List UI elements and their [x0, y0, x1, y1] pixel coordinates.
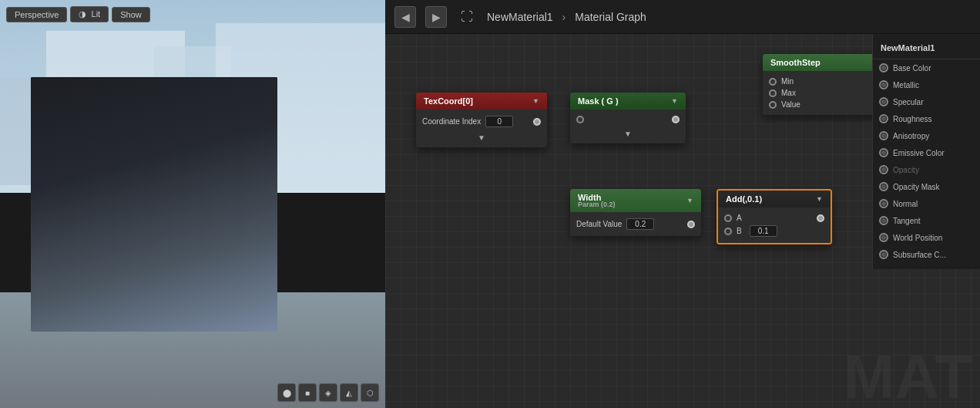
- texcoord-chevron[interactable]: ▼: [478, 133, 485, 142]
- lit-icon: ◑: [79, 9, 86, 19]
- mat-pin-dot: [879, 63, 888, 72]
- mat-pin-dot: [879, 148, 888, 157]
- width-body: Default Value: [570, 212, 701, 236]
- material-pin-row: Base Color: [873, 59, 980, 76]
- mat-view-btn[interactable]: ◭: [340, 383, 358, 402]
- add-b-input[interactable]: [750, 225, 777, 237]
- breadcrumb-separator: ›: [562, 11, 566, 23]
- add-dropdown[interactable]: ▼: [816, 195, 823, 203]
- material-pin-row: Opacity Mask: [873, 178, 980, 195]
- width-header: Width Param (0.2) ▼: [570, 189, 701, 212]
- breadcrumb-material: NewMaterial1: [487, 11, 553, 23]
- smoothstep-min-pin-in: [769, 78, 777, 86]
- mat-pin-dot: [879, 250, 888, 259]
- smoothstep-max-pin-in: [769, 89, 777, 97]
- material-pin-row: Emissive Color: [873, 144, 980, 161]
- plane-view-btn[interactable]: ◈: [319, 383, 337, 402]
- show-button[interactable]: Show: [112, 7, 150, 22]
- material-pin-row: Subsurface C...: [873, 246, 980, 263]
- material-pin-row: Normal: [873, 195, 980, 212]
- material-pins-panel: NewMaterial1 Base ColorMetallicSpecularR…: [872, 34, 980, 269]
- material-pin-row: World Position: [873, 229, 980, 246]
- material-panel-title: NewMaterial1: [873, 40, 980, 59]
- mat-pin-label: Anisotropy: [893, 132, 929, 140]
- material-pin-row: Anisotropy: [873, 127, 980, 144]
- coord-index-row: Coordinate Index: [422, 114, 541, 129]
- material-pin-row: Tangent: [873, 212, 980, 229]
- add-body: A B: [718, 207, 831, 243]
- perspective-button[interactable]: Perspective: [6, 7, 67, 22]
- cube-view-btn[interactable]: ■: [298, 383, 317, 402]
- forward-button[interactable]: ▶: [425, 6, 447, 28]
- mat-pin-dot: [879, 97, 888, 106]
- add-b-row: B: [724, 224, 824, 238]
- add-a-pin-in: [724, 214, 732, 222]
- mask-chevron[interactable]: ▼: [624, 130, 632, 138]
- texcoord-body: Coordinate Index ▼: [416, 110, 547, 147]
- mat-pin-label: Metallic: [893, 81, 919, 89]
- mat-pin-dot: [879, 199, 888, 208]
- mat-pin-label: Subsurface C...: [893, 251, 946, 259]
- mask-body: ▼: [570, 110, 686, 143]
- back-button[interactable]: ◀: [394, 6, 416, 28]
- mat-pin-label: Emissive Color: [893, 149, 945, 157]
- material-graph-panel: ◀ ▶ ⛶ NewMaterial1 › Material Graph TexC…: [385, 0, 980, 408]
- add-b-pin-in: [724, 228, 732, 235]
- material-pin-row: Roughness: [873, 110, 980, 127]
- texcoord-output-pin: [533, 118, 541, 126]
- mat-pin-label: Opacity: [893, 166, 919, 174]
- mat-pin-label: Tangent: [893, 217, 921, 225]
- mat-pin-dot: [879, 182, 888, 191]
- texcoord-dropdown[interactable]: ▼: [532, 97, 539, 105]
- width-dropdown[interactable]: ▼: [686, 197, 693, 204]
- env-view-btn[interactable]: ⬡: [361, 383, 379, 402]
- mask-header: Mask ( G ) ▼: [570, 93, 686, 110]
- mat-watermark: MAT: [844, 346, 980, 408]
- material-pin-row: Specular: [873, 93, 980, 110]
- mat-pin-dot: [879, 165, 888, 174]
- texcoord-node[interactable]: TexCoord[0] ▼ Coordinate Index ▼: [416, 93, 547, 147]
- mat-pin-label: Roughness: [893, 115, 932, 123]
- add-node[interactable]: Add(,0.1) ▼ A B: [717, 189, 832, 244]
- material-pin-row: Opacity: [873, 161, 980, 178]
- mat-pin-dot: [879, 80, 888, 89]
- sphere-view-btn[interactable]: ⬤: [277, 383, 296, 402]
- coord-index-input[interactable]: [485, 116, 513, 127]
- width-node[interactable]: Width Param (0.2) ▼ Default Value: [570, 189, 701, 236]
- width-default-row: Default Value: [576, 217, 695, 231]
- smoothstep-value-pin-in: [769, 101, 777, 109]
- lit-button[interactable]: ◑ Lit: [70, 6, 109, 22]
- width-default-input[interactable]: [626, 218, 654, 230]
- graph-icon: ⛶: [456, 6, 478, 28]
- mat-pin-label: Base Color: [893, 64, 931, 72]
- add-a-pin-out: [817, 214, 824, 222]
- cube-main: [31, 77, 277, 332]
- mat-pin-label: Opacity Mask: [893, 183, 940, 191]
- add-a-row: A: [724, 212, 824, 224]
- mask-input-pin: [576, 116, 584, 123]
- material-pin-row: Metallic: [873, 76, 980, 93]
- viewport-bottom-toolbar: ⬤ ■ ◈ ◭ ⬡: [277, 383, 379, 402]
- width-output-pin: [687, 221, 695, 228]
- viewport-panel: Perspective ◑ Lit Show ⬤ ■ ◈ ◭ ⬡: [0, 0, 385, 408]
- mat-pin-label: Specular: [893, 98, 923, 106]
- mat-pin-dot: [879, 233, 888, 242]
- breadcrumb-graph: Material Graph: [575, 11, 646, 23]
- mat-pin-label: Normal: [893, 200, 918, 208]
- mat-pin-dot: [879, 131, 888, 140]
- viewport-toolbar: Perspective ◑ Lit Show: [0, 6, 156, 22]
- texcoord-header: TexCoord[0] ▼: [416, 93, 547, 110]
- mask-input-row: [576, 114, 680, 125]
- graph-header: ◀ ▶ ⛶ NewMaterial1 › Material Graph: [385, 0, 980, 34]
- mask-dropdown[interactable]: ▼: [671, 97, 678, 105]
- add-header: Add(,0.1) ▼: [718, 191, 831, 207]
- mat-pin-label: World Position: [893, 234, 942, 242]
- mat-pin-dot: [879, 114, 888, 123]
- mat-pin-dot: [879, 216, 888, 225]
- mask-output-pin: [672, 116, 680, 123]
- mask-node[interactable]: Mask ( G ) ▼ ▼: [570, 93, 686, 143]
